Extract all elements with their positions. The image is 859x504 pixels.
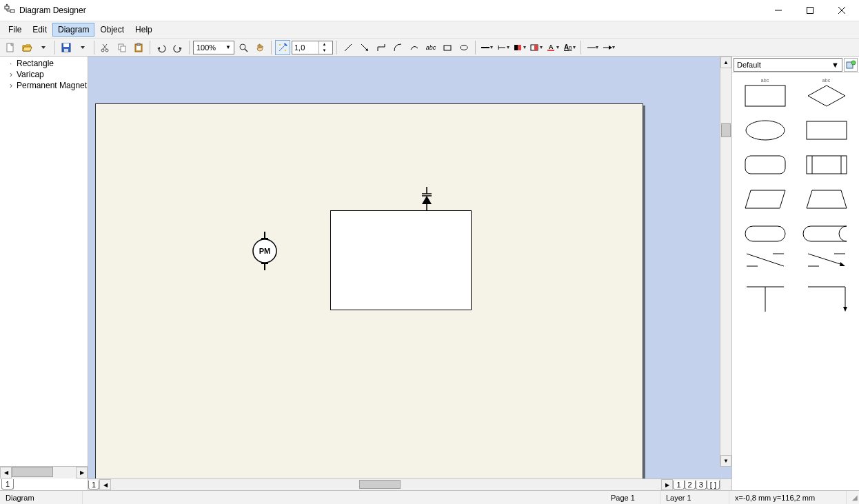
menu-file[interactable]: File	[3, 23, 27, 37]
scroll-thumb[interactable]	[12, 467, 53, 477]
shape-connector-line[interactable]	[736, 250, 794, 280]
status-left: Diagram	[0, 491, 83, 504]
svg-marker-92	[843, 307, 847, 312]
paste-button[interactable]	[131, 40, 146, 55]
template-settings-button[interactable]	[844, 58, 858, 72]
menu-help[interactable]: Help	[130, 23, 158, 37]
cut-button[interactable]	[98, 40, 113, 55]
ellipse-tool-button[interactable]	[456, 40, 472, 55]
line-ends-button[interactable]	[496, 40, 511, 55]
pan-tool-button[interactable]	[252, 40, 267, 55]
shape-diamond[interactable]: abc	[798, 77, 855, 108]
scroll-up-button[interactable]: ▲	[720, 57, 731, 68]
menu-edit[interactable]: Edit	[27, 23, 52, 37]
varicap-shape[interactable]	[420, 187, 434, 210]
vscroll-thumb[interactable]	[721, 123, 731, 137]
object-tree-panel: ·Rectangle ›Varicap ›Permanent Magnet ◀ …	[0, 57, 88, 490]
canvas[interactable]: PM ▲ ▼	[88, 57, 731, 478]
shape-elbow-arrow[interactable]	[798, 284, 855, 314]
zoom-combo[interactable]: 100%▼	[193, 41, 234, 54]
text-color-button[interactable]: A	[545, 40, 560, 55]
window-close-button[interactable]	[826, 0, 858, 21]
tree-node-permanent-magnet[interactable]: ›Permanent Magnet	[0, 80, 88, 91]
hscroll-thumb[interactable]	[359, 480, 401, 489]
svg-text:B: B	[569, 46, 572, 50]
hscroll-left-button[interactable]: ◀	[99, 479, 111, 490]
shape-parallelogram[interactable]	[736, 181, 794, 211]
shape-rounded-rect[interactable]	[736, 146, 794, 177]
open-button[interactable]	[19, 40, 34, 55]
text-tool-button[interactable]: abc	[423, 40, 438, 55]
tree-node-varicap[interactable]: ›Varicap	[0, 69, 88, 80]
shape-ellipse[interactable]	[736, 112, 794, 142]
font-button[interactable]: AB	[562, 40, 577, 55]
page-tab-3[interactable]: 3	[696, 481, 707, 490]
line-width-input[interactable]	[292, 43, 319, 52]
svg-rect-79	[807, 156, 847, 174]
svg-marker-75	[808, 85, 845, 106]
scroll-down-button[interactable]: ▼	[720, 455, 731, 467]
redo-button[interactable]	[170, 40, 185, 55]
scroll-right-button[interactable]: ▶	[76, 467, 88, 478]
shape-terminator[interactable]	[736, 215, 794, 245]
svg-marker-61	[612, 46, 615, 49]
connector1-tool-button[interactable]	[374, 40, 389, 55]
toolbar: 100%▼ ▲▼ abc A AB	[0, 39, 859, 57]
menu-object[interactable]: Object	[94, 23, 130, 37]
scroll-left-button[interactable]: ◀	[0, 467, 12, 478]
tree-node-rectangle[interactable]: ·Rectangle	[0, 58, 88, 69]
shape-connector-arrow[interactable]	[798, 250, 855, 280]
spinner-down-button[interactable]: ▼	[319, 48, 330, 54]
canvas-hscrollbar[interactable]	[111, 479, 661, 490]
spinner-up-button[interactable]: ▲	[319, 41, 330, 48]
window-minimize-button[interactable]	[762, 0, 794, 21]
line-width-spinner[interactable]: ▲▼	[292, 41, 333, 54]
shape-trapezoid[interactable]	[798, 181, 855, 211]
object-tree[interactable]: ·Rectangle ›Varicap ›Permanent Magnet	[0, 57, 88, 466]
shape-stored-data[interactable]	[798, 215, 855, 245]
line-style-button[interactable]	[479, 40, 494, 55]
arrow-tool-button[interactable]	[357, 40, 372, 55]
arrow-start-button[interactable]	[585, 40, 600, 55]
open-dropdown-button[interactable]	[36, 40, 51, 55]
connector2-tool-button[interactable]	[390, 40, 405, 55]
page-tab-2[interactable]: 2	[685, 481, 696, 490]
canvas-vscrollbar[interactable]: ▲ ▼	[720, 57, 731, 467]
rect-tool-button[interactable]	[440, 40, 455, 55]
window-maximize-button[interactable]	[794, 0, 826, 21]
copy-button[interactable]	[114, 40, 130, 55]
canvas-hscroll-row: 1 ◀ ▶ 1 2 3 [ ]	[88, 478, 731, 490]
shape-process[interactable]	[798, 146, 855, 177]
fill-color-button[interactable]	[529, 40, 544, 55]
new-button[interactable]	[3, 40, 18, 55]
snap-button[interactable]	[275, 40, 290, 55]
svg-rect-0	[5, 6, 9, 9]
undo-button[interactable]	[154, 40, 169, 55]
shape-rect[interactable]	[798, 112, 855, 142]
svg-marker-50	[540, 46, 543, 49]
line-tool-button[interactable]	[341, 40, 356, 55]
shape-elbow-line[interactable]	[736, 284, 794, 314]
template-combo[interactable]: Default▼	[734, 58, 842, 72]
zoom-tool-button[interactable]	[236, 40, 251, 55]
svg-point-33	[279, 44, 281, 46]
svg-marker-13	[41, 46, 46, 49]
curve-tool-button[interactable]	[407, 40, 422, 55]
tree-hscrollbar[interactable]: ◀ ▶	[0, 466, 88, 478]
resize-grip-icon[interactable]: ◢	[847, 494, 859, 501]
status-page: Page 1	[605, 491, 660, 504]
line-color-button[interactable]	[512, 40, 527, 55]
save-dropdown-button[interactable]	[75, 40, 90, 55]
rectangle-shape[interactable]	[330, 210, 472, 310]
shape-text-rect[interactable]: abc	[736, 77, 794, 108]
tree-tab-1[interactable]: 1	[1, 479, 14, 490]
save-button[interactable]	[59, 40, 74, 55]
menu-diagram[interactable]: Diagram	[52, 23, 94, 37]
svg-rect-49	[534, 45, 538, 50]
page-tab-add[interactable]: [ ]	[707, 481, 720, 490]
arrow-end-button[interactable]	[601, 40, 616, 55]
page-tab-1[interactable]: 1	[673, 481, 684, 490]
page-tab-left-1[interactable]: 1	[88, 481, 99, 490]
diagram-page[interactable]: PM	[95, 103, 643, 478]
hscroll-right-button[interactable]: ▶	[661, 479, 673, 490]
